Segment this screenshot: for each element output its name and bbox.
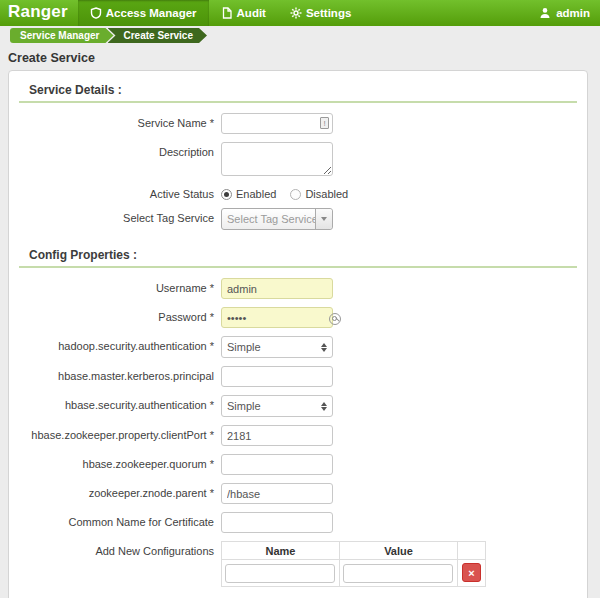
kerberos-principal-label: hbase.master.kerberos.principal: [17, 366, 214, 382]
service-name-label: Service Name *: [17, 113, 214, 129]
document-icon: [221, 7, 233, 19]
section-divider: [19, 266, 577, 268]
znode-parent-label: zookeeper.znode.parent *: [17, 483, 214, 499]
kerberos-principal-input[interactable]: [221, 366, 333, 387]
breadcrumb: Service Manager Create Service: [0, 26, 600, 45]
nav-settings[interactable]: Settings: [278, 0, 363, 26]
nav-access-manager[interactable]: Access Manager: [78, 0, 209, 26]
nav-audit[interactable]: Audit: [209, 0, 278, 26]
client-port-row: hbase.zookeeper.property.clientPort *: [17, 425, 579, 446]
description-label: Description: [17, 142, 214, 158]
disabled-radio[interactable]: [290, 189, 301, 200]
key-icon[interactable]: [329, 313, 341, 325]
nav-audit-label: Audit: [237, 7, 266, 19]
chevron-down-icon[interactable]: [315, 209, 332, 229]
disabled-radio-option[interactable]: Disabled: [290, 188, 348, 200]
page-title: Create Service: [0, 45, 600, 70]
breadcrumb-create-service[interactable]: Create Service: [108, 28, 208, 43]
table-header-row: Name Value: [222, 542, 486, 560]
description-textarea[interactable]: [221, 142, 333, 176]
create-service-form: Service Details : Service Name * ! Descr…: [8, 70, 588, 598]
table-row: ×: [222, 560, 486, 587]
znode-parent-input[interactable]: [221, 483, 333, 504]
enabled-radio-option[interactable]: Enabled: [221, 188, 276, 200]
breadcrumb-service-manager[interactable]: Service Manager: [10, 28, 114, 43]
username-input[interactable]: [221, 278, 333, 299]
enabled-radio[interactable]: [221, 189, 232, 200]
service-name-row: Service Name * !: [17, 113, 579, 134]
hbase-auth-select[interactable]: Simple: [221, 395, 333, 417]
config-value-input[interactable]: [343, 564, 453, 583]
hbase-auth-value: Simple: [222, 400, 321, 412]
config-properties-heading: Config Properties :: [17, 244, 579, 266]
section-divider: [19, 101, 577, 103]
tag-service-row: Select Tag Service Select Tag Service: [17, 208, 579, 230]
common-name-input[interactable]: [221, 512, 333, 533]
service-details-heading: Service Details :: [17, 79, 579, 101]
hbase-auth-row: hbase.security.authentication * Simple: [17, 395, 579, 417]
name-column-header: Name: [222, 542, 340, 560]
delete-config-button[interactable]: ×: [462, 563, 481, 582]
top-navbar: Ranger Access Manager Audit Settings adm…: [0, 0, 600, 26]
ranger-logo[interactable]: Ranger: [0, 0, 78, 26]
quorum-input[interactable]: [221, 454, 333, 475]
tag-service-placeholder: Select Tag Service: [222, 213, 315, 225]
hbase-auth-label: hbase.security.authentication *: [17, 395, 214, 411]
nav-menu: Access Manager Audit Settings: [78, 0, 364, 26]
client-port-label: hbase.zookeeper.property.clientPort *: [17, 425, 214, 441]
action-column-header: [458, 542, 486, 560]
user-menu[interactable]: admin: [529, 0, 600, 26]
quorum-row: hbase.zookeeper.quorum *: [17, 454, 579, 475]
tag-service-select[interactable]: Select Tag Service: [221, 208, 333, 230]
hadoop-auth-row: hadoop.security.authentication * Simple: [17, 336, 579, 358]
password-label: Password *: [17, 307, 214, 323]
autofill-icon[interactable]: !: [320, 117, 329, 129]
user-name: admin: [556, 7, 590, 19]
enabled-label: Enabled: [236, 188, 276, 200]
password-row: Password *: [17, 307, 579, 328]
password-input[interactable]: [221, 307, 333, 328]
config-name-input[interactable]: [225, 564, 335, 583]
hadoop-auth-value: Simple: [222, 341, 321, 353]
description-row: Description: [17, 142, 579, 176]
username-row: Username *: [17, 278, 579, 299]
kerberos-principal-row: hbase.master.kerberos.principal: [17, 366, 579, 387]
disabled-label: Disabled: [305, 188, 348, 200]
active-status-label: Active Status: [17, 184, 214, 200]
hadoop-auth-label: hadoop.security.authentication *: [17, 336, 214, 352]
hadoop-auth-select[interactable]: Simple: [221, 336, 333, 358]
service-name-input[interactable]: [221, 113, 333, 134]
common-name-label: Common Name for Certificate: [17, 512, 214, 528]
user-icon: [539, 7, 551, 19]
active-status-row: Active Status Enabled Disabled: [17, 184, 579, 200]
shield-icon: [90, 7, 102, 19]
new-configs-table: Name Value ×: [221, 541, 486, 587]
nav-settings-label: Settings: [306, 7, 351, 19]
gear-icon: [290, 7, 302, 19]
common-name-row: Common Name for Certificate: [17, 512, 579, 533]
select-stepper-icon: [321, 343, 332, 352]
znode-parent-row: zookeeper.znode.parent *: [17, 483, 579, 504]
add-new-configs-label: Add New Configurations: [17, 541, 214, 557]
select-stepper-icon: [321, 402, 332, 411]
nav-access-manager-label: Access Manager: [106, 7, 197, 19]
add-new-configs-row: Add New Configurations Name Value ×: [17, 541, 579, 587]
tag-service-label: Select Tag Service: [17, 208, 214, 224]
value-column-header: Value: [340, 542, 458, 560]
quorum-label: hbase.zookeeper.quorum *: [17, 454, 214, 470]
username-label: Username *: [17, 278, 214, 294]
client-port-input[interactable]: [221, 425, 333, 446]
